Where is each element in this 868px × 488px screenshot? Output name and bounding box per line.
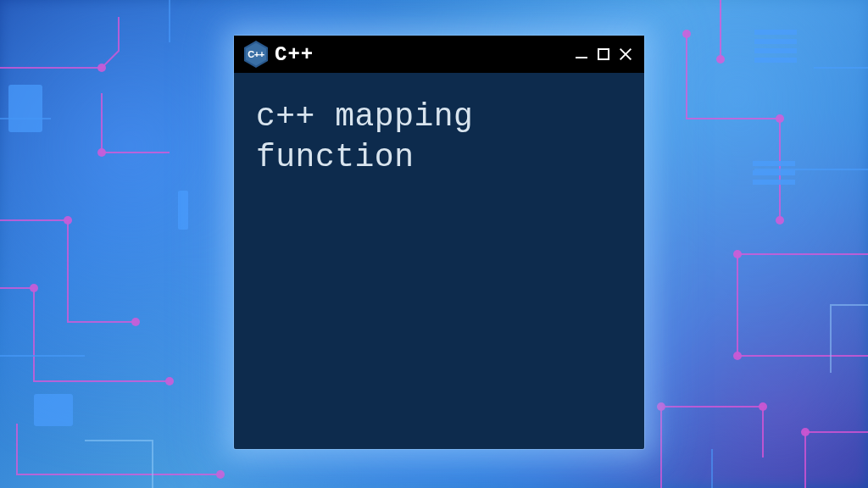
svg-point-15 — [716, 55, 725, 64]
svg-rect-18 — [34, 394, 73, 426]
svg-rect-23 — [753, 161, 795, 166]
close-button[interactable] — [617, 46, 634, 63]
minimize-icon — [576, 57, 587, 58]
close-icon — [619, 47, 632, 61]
svg-point-9 — [733, 250, 742, 258]
window-titlebar[interactable]: C++ C++ — [234, 36, 644, 73]
minimize-button[interactable] — [573, 46, 590, 63]
svg-rect-25 — [753, 180, 795, 185]
maximize-icon — [598, 48, 609, 60]
content-line-2: function — [256, 137, 622, 178]
svg-point-6 — [682, 30, 691, 38]
svg-rect-22 — [754, 58, 797, 63]
maximize-button[interactable] — [595, 46, 612, 63]
svg-point-13 — [801, 428, 810, 436]
svg-point-14 — [97, 148, 106, 157]
svg-point-7 — [776, 114, 784, 123]
cpp-logo-icon: C++ — [244, 41, 268, 68]
logo-text: C++ — [248, 49, 264, 59]
svg-rect-16 — [8, 85, 42, 132]
svg-point-11 — [657, 402, 665, 411]
svg-rect-24 — [753, 170, 795, 175]
svg-point-0 — [97, 64, 106, 72]
svg-point-2 — [131, 318, 140, 326]
window-controls — [573, 46, 634, 63]
terminal-window: C++ C++ c++ mapping function — [234, 36, 644, 449]
content-line-1: c++ mapping — [256, 97, 622, 137]
svg-rect-19 — [754, 30, 797, 35]
window-title: C++ — [275, 43, 566, 66]
svg-point-12 — [759, 402, 767, 411]
svg-rect-17 — [178, 191, 188, 230]
svg-point-1 — [64, 216, 72, 225]
svg-rect-21 — [754, 48, 797, 53]
svg-point-10 — [733, 352, 742, 360]
svg-point-5 — [216, 470, 225, 479]
svg-point-4 — [165, 377, 174, 385]
terminal-content: c++ mapping function — [234, 73, 644, 449]
svg-point-3 — [30, 284, 38, 292]
svg-rect-20 — [754, 39, 797, 44]
svg-point-8 — [776, 216, 784, 225]
